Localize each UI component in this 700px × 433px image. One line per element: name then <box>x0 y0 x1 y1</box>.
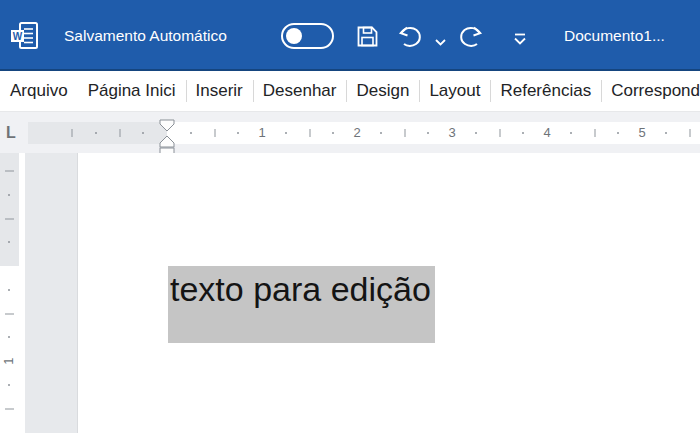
horizontal-ruler-tick <box>119 129 120 137</box>
horizontal-ruler-tick <box>237 132 239 134</box>
ribbon-tab-row: ArquivoPágina IniciInserirDesenharDesign… <box>0 71 700 111</box>
ribbon-tab-arquivo[interactable]: Arquivo <box>0 71 78 111</box>
vertical-ruler-tick <box>8 384 10 386</box>
horizontal-ruler-number: 5 <box>638 124 645 142</box>
hanging-indent-marker <box>160 136 174 147</box>
horizontal-ruler-number: 4 <box>543 124 550 142</box>
autosave-toggle-knob <box>286 28 302 44</box>
horizontal-ruler-number: 1 <box>258 124 265 142</box>
ribbon-tab-correspondencias[interactable]: Correspondências <box>601 71 700 111</box>
ribbon-tab-layout[interactable]: Layout <box>419 71 490 111</box>
horizontal-ruler-tick <box>427 132 429 134</box>
vertical-ruler-tick <box>5 313 14 314</box>
document-area: 1 texto para edição <box>0 153 700 433</box>
ribbon-tab-design[interactable]: Design <box>346 71 419 111</box>
autosave-toggle[interactable] <box>281 23 334 49</box>
horizontal-ruler[interactable]: 12345 <box>28 122 700 144</box>
save-icon[interactable] <box>355 24 380 49</box>
horizontal-ruler-tick <box>380 132 382 134</box>
horizontal-ruler-tick <box>285 132 287 134</box>
canvas-background <box>25 153 77 433</box>
ribbon-tab-desenhar[interactable]: Desenhar <box>253 71 347 111</box>
quick-access-toolbar-icon[interactable] <box>512 33 528 46</box>
first-line-indent-marker <box>160 120 174 131</box>
svg-text:W: W <box>13 31 23 42</box>
undo-icon[interactable] <box>395 23 425 53</box>
ruler-zone: L 12345 <box>0 111 700 153</box>
horizontal-ruler-tick <box>594 129 595 137</box>
horizontal-ruler-margin <box>28 122 167 144</box>
horizontal-ruler-tick <box>142 132 144 134</box>
horizontal-ruler-tick <box>499 129 500 137</box>
horizontal-ruler-tick <box>309 129 310 137</box>
vertical-ruler-tick <box>8 336 10 338</box>
vertical-ruler-tick <box>8 289 10 291</box>
horizontal-ruler-tick <box>95 132 97 134</box>
horizontal-ruler-tick <box>570 132 572 134</box>
vertical-ruler-tick <box>8 194 10 196</box>
vertical-ruler-tick <box>5 218 14 219</box>
horizontal-ruler-tick <box>214 129 215 137</box>
ribbon-tab-pagina-inici[interactable]: Página Inici <box>78 71 186 111</box>
selected-text[interactable]: texto para edição <box>170 270 431 308</box>
text-selection-highlight[interactable]: texto para edição <box>168 266 435 343</box>
horizontal-ruler-tick <box>72 129 73 137</box>
horizontal-ruler-tick <box>617 132 619 134</box>
ribbon-tab-referencias[interactable]: Referências <box>490 71 601 111</box>
redo-icon[interactable] <box>456 23 486 53</box>
chevron-down-icon[interactable] <box>434 38 447 47</box>
ribbon-tab-inserir[interactable]: Inserir <box>186 71 253 111</box>
indent-markers[interactable] <box>158 119 176 155</box>
horizontal-ruler-tick <box>190 132 192 134</box>
autosave-label: Salvamento Automático <box>64 0 227 71</box>
vertical-ruler-tick <box>5 408 14 409</box>
horizontal-ruler-number: 3 <box>448 124 455 142</box>
horizontal-ruler-tick <box>332 132 334 134</box>
vertical-ruler-number: 1 <box>2 354 16 368</box>
vertical-ruler[interactable]: 1 <box>0 153 19 433</box>
vertical-ruler-tick <box>8 241 10 243</box>
horizontal-ruler-number: 2 <box>353 124 360 142</box>
horizontal-ruler-tick <box>404 129 405 137</box>
horizontal-ruler-tick <box>475 132 477 134</box>
vertical-ruler-tick <box>5 171 14 172</box>
document-title: Documento1... <box>564 0 665 71</box>
title-bar: W Salvamento Automático Documento1... <box>0 0 700 71</box>
word-logo-icon: W <box>9 21 39 51</box>
horizontal-ruler-tick <box>522 132 524 134</box>
tab-stop-selector[interactable]: L <box>6 124 16 142</box>
horizontal-ruler-tick <box>689 129 690 137</box>
horizontal-ruler-tick <box>665 132 667 134</box>
